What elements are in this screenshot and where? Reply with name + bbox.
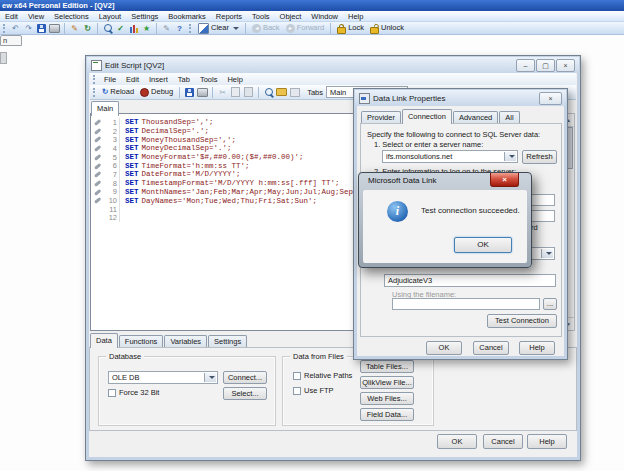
cut-icon[interactable]: ✂: [217, 87, 228, 98]
menu-window[interactable]: Window: [306, 11, 343, 22]
floppy-glyph: [37, 24, 46, 33]
tab-main[interactable]: Main: [91, 101, 119, 116]
msgbox-ok-button[interactable]: OK: [454, 237, 512, 253]
toolbar-separator: [258, 87, 259, 98]
field-data-button[interactable]: Field Data...: [360, 408, 414, 421]
open-folder-icon[interactable]: [276, 87, 287, 98]
clear-selections-icon: [198, 23, 209, 34]
menu-view[interactable]: View: [23, 11, 49, 22]
maximize-button[interactable]: ▢: [536, 59, 555, 72]
tab-provider-label: Provider: [367, 113, 395, 122]
database-driver-combo[interactable]: OLE DB: [108, 371, 218, 384]
minimize-button[interactable]: –: [516, 59, 535, 72]
toolbar-separator: [245, 23, 246, 34]
browse-button[interactable]: ...: [543, 298, 557, 310]
menu-tools[interactable]: Tools: [247, 11, 275, 22]
edit-script-titlebar[interactable]: Edit Script [QV2]: [87, 57, 579, 73]
design-pencil-icon[interactable]: ✎: [161, 23, 172, 34]
es-menu-help[interactable]: Help: [222, 74, 247, 85]
menu-settings[interactable]: Settings: [126, 11, 163, 22]
dlp-ok-button[interactable]: OK: [426, 341, 462, 355]
favorites-star-icon[interactable]: ★: [141, 23, 152, 34]
print-icon[interactable]: [49, 23, 60, 34]
tab-all-label: All: [505, 113, 513, 122]
menu-help[interactable]: Help: [343, 11, 368, 22]
refresh-button[interactable]: Refresh: [522, 150, 557, 164]
dlp-titlebar[interactable]: Data Link Properties: [355, 90, 566, 106]
close-button[interactable]: ×: [556, 59, 575, 72]
debug-button[interactable]: Debug: [137, 86, 176, 98]
menu-bookmarks[interactable]: Bookmarks: [163, 11, 211, 22]
tab-data[interactable]: Data: [90, 333, 118, 348]
save-icon[interactable]: [36, 23, 47, 34]
es-menu-edit[interactable]: Edit: [121, 74, 144, 85]
chart-icon[interactable]: [128, 23, 139, 34]
es-menu-tab[interactable]: Tab: [173, 74, 195, 85]
es-menu-tools[interactable]: Tools: [195, 74, 223, 85]
menu-layout[interactable]: Layout: [94, 11, 127, 22]
redo-icon[interactable]: ↷: [23, 23, 34, 34]
msgbox-close-button[interactable]: ×: [490, 173, 519, 187]
search-icon[interactable]: [102, 23, 113, 34]
undo-icon[interactable]: ↶: [10, 23, 21, 34]
server-name-value: ifs.monsolutions.net: [386, 152, 452, 161]
filename-field[interactable]: [392, 298, 540, 310]
table-files-button[interactable]: Table Files...: [360, 360, 414, 373]
edit-sheet-icon[interactable]: ✎: [69, 23, 80, 34]
script-keyword: SET: [125, 188, 139, 196]
test-connection-button[interactable]: Test Connection: [487, 314, 557, 328]
table-viewer-icon[interactable]: [289, 87, 300, 98]
es-cancel-button[interactable]: Cancel: [483, 434, 523, 449]
dlp-help-button[interactable]: Help: [519, 341, 555, 355]
printer-glyph: [197, 88, 208, 97]
combo-dropdown-button[interactable]: [504, 152, 516, 161]
tab-connection[interactable]: Connection: [402, 109, 452, 124]
combo-dropdown-button[interactable]: [204, 373, 216, 382]
es-menu-file[interactable]: File: [99, 74, 121, 85]
reload-button[interactable]: ↻ Reload: [99, 86, 137, 98]
forward-button[interactable]: ▸ Forward: [283, 22, 328, 34]
sheet-tab-fragment[interactable]: n: [0, 35, 22, 46]
es-menu-insert[interactable]: Insert: [144, 74, 173, 85]
qlikview-file-button[interactable]: QlikView File...: [360, 376, 414, 389]
help-icon[interactable]: ?: [174, 23, 185, 34]
dlp-ok-label: OK: [439, 344, 450, 352]
es-ok-button[interactable]: OK: [437, 434, 477, 449]
lock-button[interactable]: Lock: [334, 22, 367, 34]
printer-glyph: [49, 24, 60, 33]
web-files-button[interactable]: Web Files...: [360, 392, 414, 405]
attach-database-name-field[interactable]: AdjudicateV3: [384, 274, 556, 287]
select-button[interactable]: Select...: [223, 387, 267, 400]
find-icon[interactable]: [263, 87, 274, 98]
tab-advanced-label: Advanced: [459, 113, 492, 122]
use-ftp-checkbox[interactable]: Use FTP: [293, 386, 334, 395]
menu-edit[interactable]: Edit: [0, 11, 23, 22]
dlp-step1-text: 1. Select or enter a server name:: [374, 140, 483, 149]
dlp-cancel-button[interactable]: Cancel: [473, 341, 509, 355]
menubar-grip: [93, 75, 96, 84]
print-icon[interactable]: [197, 87, 208, 98]
menu-object[interactable]: Object: [275, 11, 307, 22]
menu-reports[interactable]: Reports: [211, 11, 247, 22]
unlock-button[interactable]: Unlock: [367, 22, 407, 34]
checkbox-icon: [293, 372, 301, 380]
table-check-icon[interactable]: ✓: [115, 23, 126, 34]
dlp-close-button[interactable]: ×: [539, 92, 562, 105]
clear-button[interactable]: Clear: [195, 22, 242, 34]
chevron-down-icon: [546, 252, 552, 255]
debug-bug-icon: [140, 88, 149, 97]
force-32bit-checkbox[interactable]: Force 32 Bit: [108, 388, 159, 397]
save-icon[interactable]: [184, 87, 195, 98]
es-help-button[interactable]: Help: [527, 434, 567, 449]
reload-document-icon[interactable]: ↻: [82, 23, 93, 34]
back-button[interactable]: ◂ Back: [249, 22, 283, 34]
toolbar-separator: [179, 87, 180, 98]
menu-selections[interactable]: Selections: [49, 11, 94, 22]
combo-dropdown-button[interactable]: [541, 249, 553, 258]
paste-icon[interactable]: [243, 87, 254, 98]
es-cancel-label: Cancel: [491, 438, 514, 446]
copy-icon[interactable]: [230, 87, 241, 98]
connect-button[interactable]: Connect...: [223, 371, 267, 384]
relative-paths-checkbox[interactable]: Relative Paths: [293, 371, 352, 380]
server-name-combo[interactable]: ifs.monsolutions.net: [382, 150, 518, 163]
